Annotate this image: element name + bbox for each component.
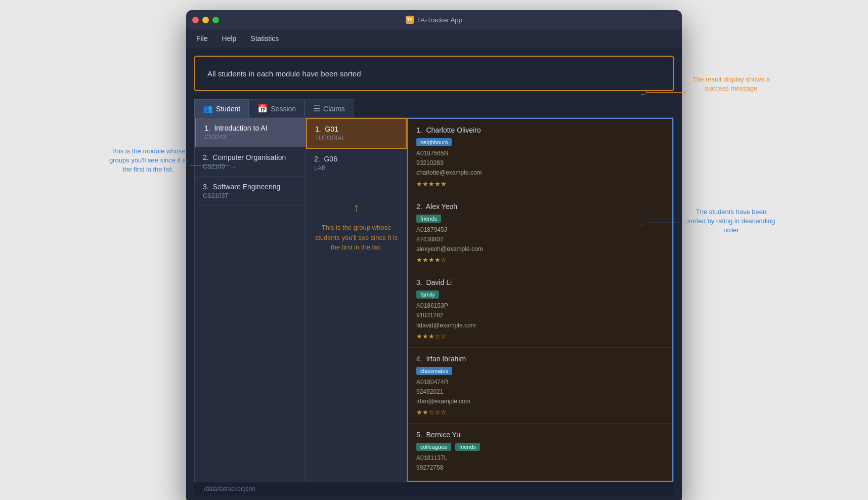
group-name-0: 1. G01 bbox=[315, 125, 398, 133]
left-arrow-head: → bbox=[230, 163, 237, 171]
student-item-3[interactable]: 4. Irfan Ibrahim classmates A0180474R 92… bbox=[408, 348, 672, 424]
right-top-annotation: The result display shows a success messa… bbox=[687, 75, 775, 93]
success-message-box: All students in each module have been so… bbox=[194, 56, 674, 91]
student-tag-4-0: colleagues bbox=[416, 443, 451, 451]
student-tab-icon: 👥 bbox=[203, 104, 213, 113]
menu-statistics[interactable]: Statistics bbox=[248, 33, 281, 44]
student-detail-4: A0181137L 99272758 bbox=[416, 453, 664, 473]
student-item-1[interactable]: 2. Alex Yeoh friends A0187945J 87438807 … bbox=[408, 195, 672, 272]
group-item-1[interactable]: 2. G06 LAB bbox=[306, 149, 407, 178]
module-name-1: 2. Computer Organisation bbox=[203, 153, 297, 161]
tabs-row: 👥 Student 📅 Session ☰ Claims bbox=[194, 99, 674, 117]
student-tag-1-0: friends bbox=[416, 215, 441, 223]
right-bottom-arrow-line bbox=[645, 223, 686, 223]
module-code-2: CS2103T bbox=[203, 192, 297, 199]
group-annotation-text: This is the group whose students you'll … bbox=[311, 223, 402, 253]
student-header-3: 4. Irfan Ibrahim bbox=[416, 355, 664, 363]
student-tag-0-0: neighbours bbox=[416, 138, 452, 146]
student-stars-2: ★★★☆☆ bbox=[416, 332, 664, 340]
left-arrow-line bbox=[190, 165, 231, 165]
module-code-0: CS3243 bbox=[204, 134, 297, 141]
modules-panel: 1. Introduction to AI CS3243 2. Computer… bbox=[195, 118, 306, 482]
student-tag-4-1: friends bbox=[455, 443, 480, 451]
tab-student-label: Student bbox=[216, 105, 240, 113]
right-bottom-annotation: The students have been sorted by rating … bbox=[687, 207, 775, 235]
title-bar: TA TA-Tracker App bbox=[186, 10, 682, 29]
module-code-1: CS2100 bbox=[203, 163, 297, 170]
footer-path: ./data/tatracker.json bbox=[202, 485, 255, 492]
module-item-2[interactable]: 3. Software Engineering CS2103T bbox=[195, 177, 306, 206]
student-header-4: 5. Bernice Yu bbox=[416, 431, 664, 439]
menu-bar: File Help Statistics bbox=[186, 29, 682, 48]
content-area: All students in each module have been so… bbox=[186, 48, 682, 500]
tab-claims[interactable]: ☰ Claims bbox=[305, 99, 354, 117]
student-header-0: 1. Charlotte Oliveiro bbox=[416, 126, 664, 134]
group-annotation-area: ↑ This is the group whose students you'l… bbox=[306, 178, 407, 273]
success-message-text: All students in each module have been so… bbox=[207, 69, 361, 78]
student-stars-1: ★★★★☆ bbox=[416, 256, 664, 264]
maximize-button[interactable] bbox=[212, 17, 219, 23]
tab-session[interactable]: 📅 Session bbox=[249, 99, 305, 117]
session-tab-icon: 📅 bbox=[257, 104, 268, 113]
footer: ./data/tatracker.json bbox=[194, 482, 674, 495]
panels-container: 1. Introduction to AI CS3243 2. Computer… bbox=[194, 117, 674, 482]
student-header-2: 3. David Li bbox=[416, 278, 664, 286]
traffic-lights bbox=[192, 17, 219, 23]
window-title: TA-Tracker App bbox=[417, 16, 462, 24]
module-name-2: 3. Software Engineering bbox=[203, 183, 297, 191]
student-item-0[interactable]: 1. Charlotte Oliveiro neighbours A018756… bbox=[408, 119, 672, 195]
menu-help[interactable]: Help bbox=[220, 33, 239, 44]
module-item-0[interactable]: 1. Introduction to AI CS3243 bbox=[195, 118, 306, 147]
student-detail-1: A0187945J 87438807 alexyeoh@example.com bbox=[416, 225, 664, 255]
window-title-area: TA TA-Tracker App bbox=[406, 16, 462, 24]
tab-claims-label: Claims bbox=[323, 105, 345, 113]
close-button[interactable] bbox=[192, 17, 199, 23]
module-name-0: 1. Introduction to AI bbox=[204, 124, 297, 132]
group-item-0[interactable]: 1. G01 TUTORIAL bbox=[306, 118, 407, 149]
up-arrow-icon: ↑ bbox=[354, 198, 360, 217]
right-top-arrow-head: ← bbox=[640, 90, 647, 98]
app-window: TA TA-Tracker App File Help Statistics A… bbox=[186, 10, 682, 500]
menu-file[interactable]: File bbox=[194, 33, 210, 44]
tab-session-label: Session bbox=[271, 105, 296, 113]
student-detail-3: A0180474R 92492021 irfan@example.com bbox=[416, 378, 664, 407]
group-name-1: 2. G06 bbox=[314, 155, 399, 163]
student-header-1: 2. Alex Yeoh bbox=[416, 202, 664, 211]
student-detail-0: A0187565N 93210283 charlotte@example.com bbox=[416, 149, 664, 178]
module-item-1[interactable]: 2. Computer Organisation CS2100 bbox=[195, 147, 306, 177]
student-stars-0: ★★★★★ bbox=[416, 180, 664, 188]
left-annotation: This is the module whose groups you'll s… bbox=[108, 147, 189, 175]
group-type-1: LAB bbox=[314, 164, 399, 172]
tab-student[interactable]: 👥 Student bbox=[194, 99, 249, 117]
student-tag-3-0: classmates bbox=[416, 367, 452, 375]
minimize-button[interactable] bbox=[202, 17, 209, 23]
students-panel: 1. Charlotte Oliveiro neighbours A018756… bbox=[407, 118, 673, 482]
right-top-arrow-line bbox=[645, 92, 686, 93]
group-type-0: TUTORIAL bbox=[315, 135, 398, 142]
claims-tab-icon: ☰ bbox=[313, 104, 320, 113]
student-item-4[interactable]: 5. Bernice Yu colleagues friends A018113… bbox=[408, 424, 672, 480]
right-bottom-arrow-head: ← bbox=[640, 221, 647, 229]
student-tag-2-0: family bbox=[416, 290, 439, 299]
groups-panel: 1. G01 TUTORIAL 2. G06 LAB ↑ This is the… bbox=[306, 118, 407, 482]
student-item-2[interactable]: 3. David Li family A0186153P 91031282 li… bbox=[408, 271, 672, 348]
student-stars-3: ★★☆☆☆ bbox=[416, 408, 664, 416]
student-detail-2: A0186153P 91031282 lidavid@example.com bbox=[416, 301, 664, 330]
app-icon: TA bbox=[406, 16, 414, 24]
